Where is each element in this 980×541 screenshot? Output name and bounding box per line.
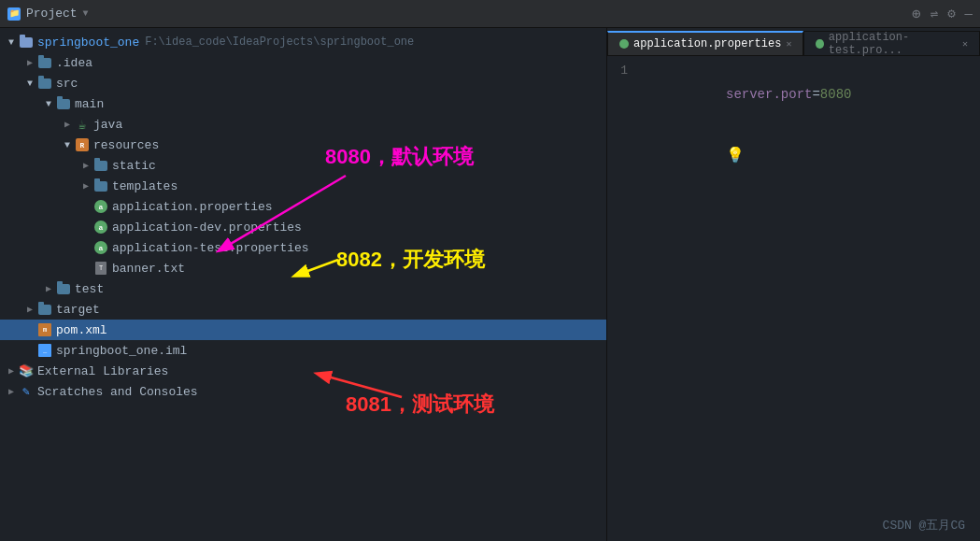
properties-test-icon: a [93,240,108,255]
arrow-icon: ▼ [22,76,37,91]
tree-item-src[interactable]: ▼ src [0,73,606,93]
tree-item-main[interactable]: ▼ main [0,93,606,114]
arrow-icon: ▼ [41,96,56,111]
tab-close-icon[interactable]: ✕ [786,38,791,50]
code-content: server.port=8080 💡 [647,64,980,187]
tree-item-static[interactable]: ▶ static [0,155,606,176]
code-value: 8080 [820,87,852,102]
project-sidebar: ▼ springboot_one F:\idea_code\IdeaProjec… [0,28,607,541]
title-bar-left: 📁 Project ▼ [7,7,89,21]
project-folder-icon: 📁 [7,7,21,21]
item-label: application-dev.properties [112,221,302,235]
library-icon: 📚 [19,363,34,378]
folder-icon [37,76,52,91]
tree-item-app-properties[interactable]: a application.properties [0,196,606,217]
minimize-icon[interactable]: — [965,7,973,21]
folder-icon [56,96,71,111]
arrow-icon: ▶ [22,55,37,70]
resources-icon: R [75,137,90,152]
tree-item-external-libs[interactable]: ▶ 📚 External Libraries [0,361,606,381]
editor-tabs: application.properties ✕ application-tes… [607,28,980,56]
properties-icon: a [93,199,108,214]
tab-label: application-test.pro... [829,31,958,57]
folder-icon [37,302,52,317]
project-folder-icon [19,35,34,50]
tab-close-icon[interactable]: ✕ [962,38,968,50]
item-label: banner.txt [112,262,185,276]
tree-item-app-test-properties[interactable]: a application-test.properties [0,237,606,258]
java-folder-icon: ☕ [75,117,90,132]
tree-item-java[interactable]: ▶ ☕ java [0,114,606,135]
title-bar-actions: ⊕ ⇌ ⚙ — [912,5,973,23]
folder-icon [93,178,108,193]
item-label: test [75,282,104,296]
hint-bulb: 💡 [647,125,980,187]
watermark: CSDN @五月CG [883,517,965,534]
code-line-1: server.port=8080 [647,64,980,125]
item-label: .idea [56,56,92,70]
item-label: target [56,303,100,317]
txt-icon: T [93,261,108,276]
iml-icon: _ [37,343,52,358]
code-key: server.port [726,87,812,102]
item-label: templates [112,179,178,193]
item-label: pom.xml [56,323,107,337]
item-label: src [56,77,78,91]
tree-item-app-dev-properties[interactable]: a application-dev.properties [0,217,606,237]
folder-icon [37,55,52,70]
arrow-icon: ▼ [4,35,19,50]
tree-item-pom[interactable]: m pom.xml [0,320,606,340]
arrow-icon: ▶ [22,302,37,317]
root-path: F:\idea_code\IdeaProjects\springboot_one [145,36,414,49]
gear-icon[interactable]: ⚙ [947,6,955,21]
properties-dev-icon: a [93,220,108,235]
tab-app-properties[interactable]: application.properties ✕ [607,31,803,55]
item-label: java [93,118,122,132]
tree-item-scratches[interactable]: ▶ ✎ Scratches and Consoles [0,381,606,402]
tree-item-banner[interactable]: T banner.txt [0,258,606,278]
item-label: application.properties [112,200,273,214]
arrow-icon: ▶ [78,178,93,193]
item-label: application-test.properties [112,241,309,255]
editor-area: application.properties ✕ application-tes… [607,28,980,541]
tree-item-target[interactable]: ▶ target [0,299,606,320]
tree-item-idea[interactable]: ▶ .idea [0,52,606,73]
folder-icon [93,158,108,173]
arrow-icon: ▶ [4,363,19,378]
tab-icon [816,39,823,49]
folder-icon [56,281,71,296]
arrow-icon: ▼ [60,137,75,152]
arrow-icon: ▶ [4,384,19,399]
line-number-1: 1 [607,64,635,78]
title-bar: 📁 Project ▼ ⊕ ⇌ ⚙ — [0,0,980,28]
arrow-icon: ▶ [60,117,75,132]
item-label: Scratches and Consoles [37,385,198,399]
project-label[interactable]: Project [26,7,78,21]
editor-content: 1 server.port=8080 💡 CSDN @五月CG [607,56,980,541]
tree-item-root[interactable]: ▼ springboot_one F:\idea_code\IdeaProjec… [0,32,606,52]
tab-icon [619,39,629,49]
dropdown-arrow-icon[interactable]: ▼ [83,8,89,19]
root-name: springboot_one [37,36,139,50]
item-label: static [112,159,156,173]
xml-icon: m [37,322,52,337]
tab-label: application.properties [633,37,781,50]
tree-item-resources[interactable]: ▼ R resources [0,135,606,155]
arrow-icon: ▶ [41,281,56,296]
scratches-icon: ✎ [19,384,34,399]
file-tree: ▼ springboot_one F:\idea_code\IdeaProjec… [0,28,606,541]
tab-app-test[interactable]: application-test.pro... ✕ [803,31,980,55]
tree-item-templates[interactable]: ▶ templates [0,176,606,196]
item-label: main [75,97,104,111]
tree-item-test[interactable]: ▶ test [0,278,606,299]
tree-item-iml[interactable]: _ springboot_one.iml [0,340,606,361]
item-label: springboot_one.iml [56,344,187,358]
main-layout: ▼ springboot_one F:\idea_code\IdeaProjec… [0,28,980,541]
bulb-icon: 💡 [726,148,745,164]
add-scope-icon[interactable]: ⊕ [912,5,921,23]
code-equals: = [812,87,819,102]
split-icon[interactable]: ⇌ [930,6,938,21]
arrow-icon: ▶ [78,158,93,173]
item-label: External Libraries [37,364,168,378]
item-label: resources [93,138,159,152]
